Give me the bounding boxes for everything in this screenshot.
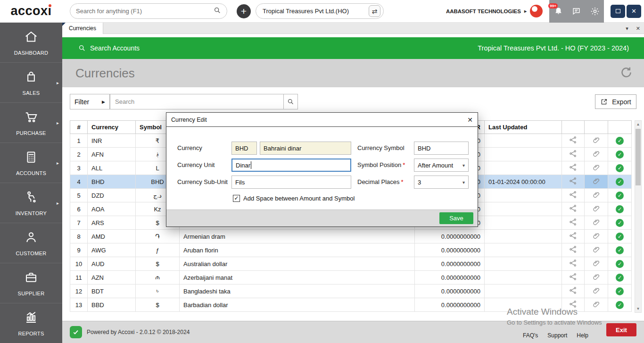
footer-link-help[interactable]: Help bbox=[577, 332, 588, 339]
modal-close-icon[interactable]: ✕ bbox=[467, 116, 473, 124]
sidebar-item-inventory[interactable]: INVENTORY▸ bbox=[0, 183, 62, 223]
chat-icon[interactable] bbox=[570, 4, 584, 18]
table-row[interactable]: 13BBD$Barbadian dollar0.0000000000✓ bbox=[70, 298, 632, 312]
attachment-icon[interactable] bbox=[585, 243, 608, 257]
tab-currencies[interactable]: Currencies bbox=[62, 23, 103, 34]
exchange-rate-icon[interactable] bbox=[562, 148, 585, 161]
exchange-rate-icon[interactable] bbox=[562, 298, 585, 312]
global-search-input[interactable] bbox=[76, 8, 214, 15]
attachment-icon[interactable] bbox=[585, 216, 608, 230]
table-search-input[interactable] bbox=[110, 94, 283, 109]
close-window-button[interactable]: ✕ bbox=[627, 5, 641, 18]
vertical-scrollbar[interactable]: ▲ ▼ bbox=[635, 120, 642, 313]
active-check-icon[interactable]: ✓ bbox=[608, 284, 632, 298]
export-button[interactable]: Export bbox=[595, 94, 636, 109]
settings-gear-icon[interactable] bbox=[588, 4, 602, 18]
exchange-rate-icon[interactable] bbox=[562, 161, 585, 175]
scrollbar-thumb[interactable] bbox=[636, 129, 641, 185]
exit-button[interactable]: Exit bbox=[606, 323, 636, 336]
table-search-button[interactable] bbox=[283, 94, 297, 109]
tab-close-icon[interactable]: ✕ bbox=[636, 25, 640, 32]
attachment-icon[interactable] bbox=[585, 161, 608, 175]
footer-link-support[interactable]: Support bbox=[547, 332, 567, 339]
currency-name-field[interactable]: Bahraini dinar bbox=[260, 142, 351, 155]
exchange-rate-icon[interactable] bbox=[562, 175, 585, 189]
currency-unit-field[interactable]: Dinar bbox=[231, 159, 351, 172]
footer-link-faqs[interactable]: FAQ's bbox=[523, 332, 538, 339]
active-check-icon[interactable]: ✓ bbox=[608, 271, 632, 284]
save-button[interactable]: Save bbox=[439, 212, 473, 224]
sidebar-item-customer[interactable]: CUSTOMER bbox=[0, 223, 62, 263]
attachment-icon[interactable] bbox=[585, 271, 608, 284]
tab-list-caret-icon[interactable]: ▾ bbox=[626, 25, 628, 32]
last-updated-cell bbox=[485, 284, 562, 298]
currency-label: Currency bbox=[177, 144, 202, 151]
exchange-rate-icon[interactable] bbox=[562, 243, 585, 257]
active-check-icon[interactable]: ✓ bbox=[608, 230, 632, 243]
attachment-icon[interactable] bbox=[585, 175, 608, 189]
active-check-icon[interactable]: ✓ bbox=[608, 202, 632, 216]
scroll-down-icon[interactable]: ▼ bbox=[635, 305, 641, 312]
sidebar-nav: DASHBOARDSALES▸PURCHASE▸ACCOUNTS▸INVENTO… bbox=[0, 23, 62, 343]
filter-dropdown[interactable]: Filter ▶ bbox=[70, 94, 110, 109]
active-check-icon[interactable]: ✓ bbox=[608, 189, 632, 202]
exchange-rate-icon[interactable] bbox=[562, 271, 585, 284]
global-search[interactable] bbox=[70, 3, 227, 19]
company-selector[interactable]: Tropical Treasures Pvt Ltd.(HO) ⇄ bbox=[256, 3, 384, 19]
scroll-up-icon[interactable]: ▲ bbox=[635, 121, 641, 128]
search-accounts-button[interactable]: Search Accounts bbox=[78, 44, 140, 52]
org-menu[interactable]: AABASOFT TECHNOLOGIES ▸ bbox=[446, 5, 543, 17]
exchange-rate-icon[interactable] bbox=[562, 189, 585, 202]
sidebar-item-supplier[interactable]: SUPPLIER bbox=[0, 263, 62, 303]
attachment-icon[interactable] bbox=[585, 202, 608, 216]
attachment-icon[interactable] bbox=[585, 148, 608, 161]
table-row[interactable]: 8AMD֏Armenian dram0.0000000000✓ bbox=[70, 230, 632, 243]
sidebar-item-dashboard[interactable]: DASHBOARD bbox=[0, 23, 62, 63]
sidebar-item-reports[interactable]: REPORTS bbox=[0, 303, 62, 343]
currency-subunit-field[interactable]: Fils bbox=[231, 176, 351, 189]
switch-company-icon[interactable]: ⇄ bbox=[369, 5, 380, 17]
active-check-icon[interactable]: ✓ bbox=[608, 148, 632, 161]
attachment-icon[interactable] bbox=[585, 284, 608, 298]
table-row[interactable]: 10AUD$Australian dollar0.0000000000✓ bbox=[70, 257, 632, 271]
sidebar-item-label: DASHBOARD bbox=[14, 50, 48, 56]
active-check-icon[interactable]: ✓ bbox=[608, 175, 632, 189]
attachment-icon[interactable] bbox=[585, 298, 608, 312]
add-space-checkbox[interactable]: ✓ bbox=[233, 195, 240, 202]
symbol-position-select[interactable]: After Amount ▾ bbox=[414, 159, 469, 172]
exchange-rate-icon[interactable] bbox=[562, 202, 585, 216]
attachment-icon[interactable] bbox=[585, 189, 608, 202]
active-check-icon[interactable]: ✓ bbox=[608, 161, 632, 175]
attachment-icon[interactable] bbox=[585, 230, 608, 243]
exchange-rate-icon[interactable] bbox=[562, 257, 585, 271]
refresh-icon[interactable] bbox=[620, 66, 633, 80]
exchange-rate-icon[interactable] bbox=[562, 230, 585, 243]
search-icon[interactable] bbox=[214, 7, 221, 16]
attachment-icon[interactable] bbox=[585, 134, 608, 148]
quick-add-button[interactable]: + bbox=[237, 4, 251, 18]
attachment-icon[interactable] bbox=[585, 257, 608, 271]
currency-code-field[interactable]: BHD bbox=[231, 142, 257, 155]
active-check-icon[interactable]: ✓ bbox=[608, 257, 632, 271]
notifications-bell-icon[interactable]: 99+ bbox=[551, 4, 565, 18]
sidebar-item-purchase[interactable]: PURCHASE▸ bbox=[0, 103, 62, 143]
table-row[interactable]: 12BDT৳Bangladeshi taka0.0000000000✓ bbox=[70, 284, 632, 298]
sidebar-item-sales[interactable]: SALES▸ bbox=[0, 63, 62, 103]
table-row[interactable]: 11AZN₼Azerbaijani manat0.0000000000✓ bbox=[70, 271, 632, 284]
table-row[interactable]: 9AWGƒAruban florin0.0000000000✓ bbox=[70, 243, 632, 257]
avatar[interactable] bbox=[530, 5, 543, 17]
symbol-position-label: Symbol Position* bbox=[357, 161, 405, 168]
decimal-places-select[interactable]: 3 ▾ bbox=[414, 176, 469, 189]
sidebar-item-accounts[interactable]: ACCOUNTS▸ bbox=[0, 143, 62, 183]
minimize-window-button[interactable] bbox=[611, 5, 625, 18]
active-check-icon[interactable]: ✓ bbox=[608, 216, 632, 230]
active-check-icon[interactable]: ✓ bbox=[608, 134, 632, 148]
currency-symbol-field[interactable]: BHD bbox=[414, 142, 469, 155]
active-check-icon[interactable]: ✓ bbox=[608, 243, 632, 257]
supplier-icon bbox=[24, 270, 38, 286]
exchange-rate-icon[interactable] bbox=[562, 134, 585, 148]
exchange-rate-icon[interactable] bbox=[562, 216, 585, 230]
active-check-icon[interactable]: ✓ bbox=[608, 298, 632, 312]
row-number: 10 bbox=[70, 257, 88, 271]
exchange-rate-icon[interactable] bbox=[562, 284, 585, 298]
